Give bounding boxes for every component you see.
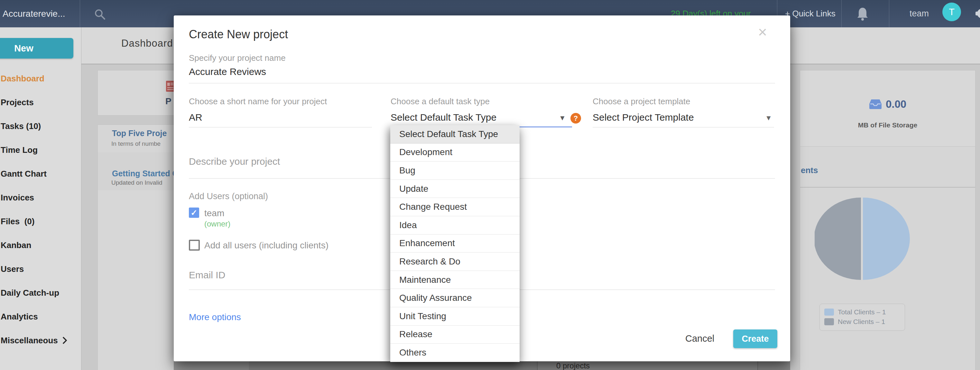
template-label: Choose a project template bbox=[593, 97, 690, 106]
storage-value: 0.00 bbox=[886, 98, 906, 110]
option-update[interactable]: Update bbox=[390, 180, 520, 198]
clients-legend: Total Clients – 1 New Clients – 1 bbox=[819, 304, 905, 331]
storage-icon bbox=[869, 99, 882, 110]
sidebar-item-kanban[interactable]: Kanban bbox=[0, 233, 81, 257]
checkmark-icon: ✓ bbox=[191, 208, 197, 218]
clients-card-title: ents bbox=[801, 165, 818, 175]
describe-input[interactable]: Describe your project bbox=[189, 156, 280, 167]
option-unit-testing[interactable]: Unit Testing bbox=[390, 307, 520, 326]
sidebar-item-users[interactable]: Users bbox=[0, 257, 81, 281]
clients-card: ents Total Clients – 1 New Clients – 1 bbox=[800, 146, 975, 370]
getting-started-updated: Updated on Invalid bbox=[111, 179, 162, 186]
help-icon[interactable]: ? bbox=[570, 113, 581, 124]
sidebar-item-analytics[interactable]: Analytics bbox=[0, 305, 81, 329]
legend-swatch-total bbox=[824, 308, 834, 316]
sidebar-item-invoices[interactable]: Invoices bbox=[0, 186, 81, 210]
app-root: Dashboard P Top Five Proje In terms of n… bbox=[0, 0, 980, 370]
user-name-label[interactable]: team bbox=[910, 0, 929, 27]
sidebar-menu: Dashboard Projects Tasks (10) Time Log G… bbox=[0, 67, 81, 352]
cancel-button[interactable]: Cancel bbox=[685, 333, 714, 344]
task-type-dropdown: Select Default Task Type Development Bug… bbox=[390, 125, 520, 362]
sidebar-item-miscellaneous[interactable]: Miscellaneous bbox=[0, 329, 81, 352]
option-select-default-task-type[interactable]: Select Default Task Type bbox=[390, 125, 520, 143]
modal-shadow-strip bbox=[174, 361, 790, 370]
top-five-projects-title: Top Five Proje bbox=[112, 129, 167, 138]
add-users-label: Add Users (optional) bbox=[189, 191, 268, 202]
project-name-label: Specify your project name bbox=[189, 53, 286, 63]
legend-swatch-new bbox=[824, 318, 834, 325]
sidebar-item-label: Miscellaneous bbox=[1, 335, 58, 346]
input-underline bbox=[189, 127, 372, 127]
short-name-label: Choose a short name for your project bbox=[189, 97, 327, 106]
task-type-select[interactable]: Select Default Task Type bbox=[391, 112, 496, 123]
input-underline bbox=[189, 83, 775, 83]
sidebar-item-projects[interactable]: Projects bbox=[0, 91, 81, 114]
sidebar-item-tasks[interactable]: Tasks (10) bbox=[0, 114, 81, 138]
help-glyph: ? bbox=[574, 114, 578, 122]
all-users-label: Add all users (including clients) bbox=[204, 240, 328, 251]
template-select[interactable]: Select Project Template bbox=[593, 112, 694, 123]
divider bbox=[889, 0, 889, 27]
projects-stat-label: P bbox=[165, 96, 172, 106]
project-name-input[interactable]: Accurate Reviews bbox=[189, 66, 266, 77]
search-icon[interactable] bbox=[94, 8, 106, 21]
task-type-option-list: Select Default Task Type Development Bug… bbox=[390, 125, 520, 362]
option-release[interactable]: Release bbox=[390, 326, 520, 344]
chevron-down-icon[interactable]: ▼ bbox=[765, 114, 772, 122]
workspace-title[interactable]: Accuraterevie... bbox=[3, 0, 78, 27]
chevron-down-icon[interactable]: ▼ bbox=[559, 114, 566, 122]
sidebar-item-dashboard[interactable]: Dashboard bbox=[0, 67, 81, 91]
legend-row-total-clients: Total Clients – 1 bbox=[824, 307, 905, 317]
option-change-request[interactable]: Change Request bbox=[390, 198, 520, 216]
new-button[interactable]: New bbox=[0, 38, 73, 59]
quick-links-button[interactable]: + Quick Links bbox=[785, 0, 835, 27]
page-title: Dashboard bbox=[121, 38, 173, 49]
input-underline bbox=[593, 127, 774, 127]
file-storage-card: 0.00 MB of File Storage bbox=[800, 70, 975, 147]
option-idea[interactable]: Idea bbox=[390, 216, 520, 235]
clients-card-header: ents bbox=[800, 147, 975, 187]
more-options-link[interactable]: More options bbox=[189, 312, 241, 322]
option-quality-assurance[interactable]: Quality Assurance bbox=[390, 289, 520, 307]
top-five-projects-subtitle: In terms of numbe bbox=[111, 140, 161, 148]
sidebar-item-daily-catch-up[interactable]: Daily Catch-up bbox=[0, 281, 81, 305]
settings-gear-icon-partial[interactable] bbox=[975, 6, 980, 21]
sidebar-item-gantt-chart[interactable]: Gantt Chart bbox=[0, 162, 81, 186]
getting-started-link[interactable]: Getting Started C bbox=[112, 169, 178, 178]
all-users-checkbox[interactable] bbox=[189, 240, 200, 251]
sidebar-item-time-log[interactable]: Time Log bbox=[0, 138, 81, 162]
avatar-initial: T bbox=[949, 7, 955, 17]
legend-row-new-clients: New Clients – 1 bbox=[824, 317, 905, 327]
sidebar: New Dashboard Projects Tasks (10) Time L… bbox=[0, 27, 81, 370]
team-user-label: team bbox=[204, 208, 224, 218]
user-avatar[interactable]: T bbox=[942, 3, 961, 21]
modal-title: Create New project bbox=[189, 28, 288, 41]
email-input[interactable]: Email ID bbox=[189, 270, 225, 281]
divider bbox=[80, 0, 80, 27]
option-others[interactable]: Others bbox=[390, 344, 520, 362]
team-checkbox[interactable]: ✓ bbox=[189, 208, 199, 218]
notifications-bell-icon[interactable] bbox=[856, 7, 869, 21]
create-button[interactable]: Create bbox=[733, 329, 777, 348]
close-icon[interactable]: × bbox=[758, 24, 767, 40]
storage-label: MB of File Storage bbox=[800, 121, 975, 129]
option-development[interactable]: Development bbox=[390, 143, 520, 162]
option-bug[interactable]: Bug bbox=[390, 162, 520, 180]
sidebar-item-files[interactable]: Files (0) bbox=[0, 210, 81, 233]
option-research-and-do[interactable]: Research & Do bbox=[390, 252, 520, 271]
owner-badge: (owner) bbox=[204, 219, 231, 229]
task-type-label: Choose a default task type bbox=[391, 97, 490, 106]
legend-label-total: Total Clients – 1 bbox=[838, 308, 886, 316]
option-enhancement[interactable]: Enhancement bbox=[390, 235, 520, 253]
legend-label-new: New Clients – 1 bbox=[838, 318, 885, 326]
chevron-right-icon bbox=[62, 337, 67, 344]
option-maintenance[interactable]: Maintenance bbox=[390, 271, 520, 289]
short-name-input[interactable]: AR bbox=[189, 112, 202, 123]
clients-pie-chart bbox=[815, 197, 910, 281]
